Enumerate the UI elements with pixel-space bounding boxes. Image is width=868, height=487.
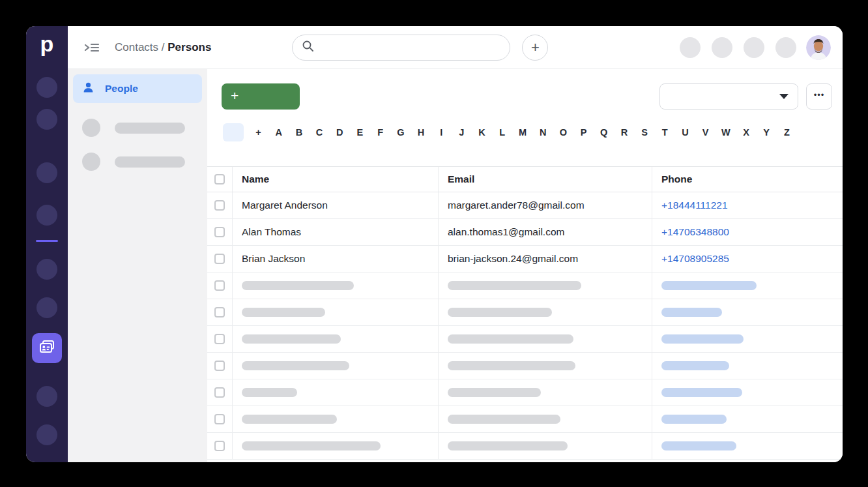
person-phone-link[interactable]: +14708905285 [661, 253, 729, 265]
header-checkbox-cell [207, 167, 232, 192]
alphabet-letter[interactable]: N [538, 127, 549, 138]
alphabet-letter[interactable]: F [375, 127, 386, 138]
person-email: brian-jackson.24@gmail.com [448, 253, 578, 265]
breadcrumb: Contacts / Persons [115, 41, 211, 54]
alphabet-letter[interactable]: L [497, 127, 508, 138]
alphabet-letter[interactable]: M [517, 127, 528, 138]
cell-email-skeleton [438, 433, 652, 459]
table-row[interactable]: Margaret Andersonmargaret.ander78@gmail.… [207, 192, 843, 219]
table-skeleton-row [207, 433, 843, 460]
breadcrumb-section[interactable]: Contacts [115, 41, 158, 53]
row-checkbox[interactable] [214, 387, 225, 398]
topbar-placeholder-icon [775, 37, 796, 58]
alphabet-letter[interactable]: X [741, 127, 752, 138]
panel-item-people[interactable]: People [73, 74, 202, 103]
select-all-checkbox[interactable] [214, 174, 225, 184]
alphabet-letter[interactable]: T [659, 127, 671, 138]
panel-item-label: People [105, 83, 138, 95]
alphabet-letter[interactable]: G [395, 127, 406, 138]
skeleton-bar [242, 388, 297, 397]
more-actions-button[interactable]: ••• [806, 83, 832, 110]
panel-skeleton-item [82, 153, 198, 171]
search-bar[interactable] [292, 35, 510, 61]
alphabet-letter[interactable]: V [700, 127, 711, 138]
row-checkbox[interactable] [214, 200, 225, 211]
search-icon [302, 40, 314, 55]
alphabet-letter[interactable]: W [720, 127, 731, 138]
row-checkbox[interactable] [214, 280, 225, 291]
skeleton-bar [242, 308, 325, 317]
skeleton-bar [242, 281, 354, 290]
person-phone-link[interactable]: +14706348800 [661, 226, 729, 238]
alphabet-letter[interactable]: D [334, 127, 345, 138]
alphabet-letter[interactable]: J [456, 127, 467, 138]
rail-item-contacts[interactable] [32, 333, 62, 363]
cell-phone: +14706348800 [652, 219, 843, 245]
quick-add-button[interactable]: + [522, 35, 548, 61]
alphabet-letter[interactable]: + [253, 127, 264, 138]
row-checkbox-cell [207, 219, 232, 245]
table-skeleton-row [207, 353, 843, 379]
alphabet-letter[interactable]: P [578, 127, 589, 138]
cell-email-skeleton [438, 353, 652, 379]
cell-email-skeleton [438, 326, 652, 352]
alphabet-letter[interactable]: R [618, 127, 629, 138]
alphabet-letter[interactable]: Q [598, 127, 609, 138]
skeleton-bar-blue [661, 415, 727, 424]
alphabet-letter[interactable]: Y [761, 127, 772, 138]
skeleton-bar [448, 334, 573, 344]
row-checkbox[interactable] [214, 414, 225, 424]
skeleton-bar [448, 281, 581, 290]
alphabet-letter[interactable]: I [436, 127, 447, 138]
header-email: Email [438, 167, 652, 192]
row-checkbox-cell [207, 273, 232, 299]
row-checkbox[interactable] [214, 254, 225, 264]
alphabet-letter[interactable]: A [273, 127, 284, 138]
row-checkbox[interactable] [214, 441, 225, 451]
person-email: margaret.ander78@gmail.com [448, 199, 585, 211]
row-checkbox-cell [207, 299, 232, 325]
cell-name-skeleton [232, 433, 438, 459]
skeleton-bar [448, 388, 541, 397]
alphabet-letter[interactable]: C [314, 127, 325, 138]
search-input[interactable] [319, 42, 500, 53]
rail-placeholder-icon [36, 259, 57, 280]
row-checkbox[interactable] [214, 227, 225, 237]
cell-email: brian-jackson.24@gmail.com [438, 246, 652, 272]
rail-placeholder-icon [36, 424, 57, 445]
table-row[interactable]: Alan Thomasalan.thomas1@gmail.com+147063… [207, 219, 843, 246]
collapse-sidebar-icon[interactable] [83, 39, 100, 56]
skeleton-bar-blue [661, 441, 736, 450]
alphabet-letter[interactable]: H [416, 127, 427, 138]
alphabet-letter[interactable]: K [476, 127, 487, 138]
table-skeleton-row [207, 326, 843, 353]
alphabet-letter[interactable]: U [680, 127, 691, 138]
skeleton-bar [448, 308, 552, 317]
alphabet-letter[interactable]: S [639, 127, 650, 138]
row-checkbox[interactable] [214, 361, 225, 371]
alphabet-letter[interactable]: O [558, 127, 569, 138]
cell-email-skeleton [438, 379, 652, 406]
alphabet-all-button[interactable] [223, 123, 244, 141]
row-checkbox[interactable] [214, 307, 225, 317]
skeleton-bar [242, 334, 341, 344]
icon-rail: p [26, 26, 68, 462]
table-skeleton-row [207, 273, 843, 299]
alphabet-letter[interactable]: B [293, 127, 304, 138]
add-person-button[interactable]: + [222, 83, 300, 110]
filter-dropdown[interactable] [659, 83, 798, 110]
skeleton-bar [448, 415, 560, 424]
alphabet-letter[interactable]: Z [781, 127, 792, 138]
row-checkbox[interactable] [214, 334, 225, 344]
user-avatar[interactable] [806, 35, 831, 60]
rail-placeholder-icon [36, 109, 57, 130]
breadcrumb-separator: / [158, 41, 167, 53]
cell-phone-skeleton [652, 406, 843, 432]
person-phone-link[interactable]: +18444111221 [661, 199, 728, 211]
cell-name-skeleton [232, 299, 438, 325]
cell-name-skeleton [232, 326, 438, 352]
toolbar-right: ••• [659, 83, 832, 110]
rail-divider [36, 240, 58, 242]
alphabet-letter[interactable]: E [354, 127, 366, 138]
table-row[interactable]: Brian Jacksonbrian-jackson.24@gmail.com+… [207, 246, 843, 273]
